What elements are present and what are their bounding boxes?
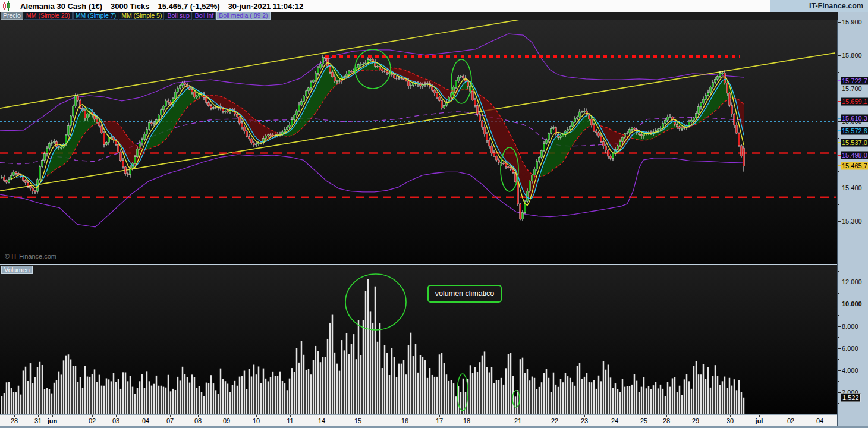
date-label: 28 [663, 417, 670, 424]
price-tick-label: 15.400 [842, 184, 862, 191]
date-label: 11 [287, 417, 293, 424]
indicator-toolbar: Precio MM (Simple 20)MM (Simple 7)MM (Si… [0, 12, 838, 20]
price-chart[interactable] [0, 20, 837, 265]
date-label: jul [756, 417, 763, 424]
price-tick [838, 22, 841, 23]
price-tick [838, 188, 841, 188]
price-tick-label: 15.800 [842, 52, 862, 59]
date-label: 16 [401, 417, 408, 424]
volume-minor-tick [838, 337, 839, 338]
date-label: 21 [514, 417, 521, 424]
date-label: 23 [581, 417, 588, 424]
instrument-title: Alemania 30 Cash (1€) [20, 2, 102, 11]
date-label: 02 [89, 417, 96, 424]
volume-minor-tick [838, 315, 839, 316]
indicator-button-mm-simple-20[interactable]: MM (Simple 20) [24, 12, 73, 20]
price-tick [838, 221, 841, 222]
mm7-value: 15.572,6 [841, 127, 868, 134]
price-minor-tick [838, 105, 839, 105]
last-price-change: 15.465,7 (-1,52%) [158, 2, 220, 11]
price-chart-panel: © IT-Finance.com [0, 20, 837, 265]
volume-tick [838, 348, 841, 349]
date-label: 10 [253, 417, 260, 424]
volume-chart[interactable] [0, 265, 837, 414]
last-price-value: 15.465,7 [841, 162, 868, 170]
volume-tick [838, 370, 841, 371]
price-minor-tick [838, 72, 839, 73]
volume-minor-tick [838, 381, 839, 382]
date-label: 25 [640, 417, 647, 424]
watermark: © IT-Finance.com [5, 253, 56, 260]
date-label: 04 [142, 417, 149, 424]
volume-tick [838, 326, 841, 327]
panel-separator[interactable] [0, 264, 837, 265]
annotation-volumen-climatico: volumen climatico [427, 285, 502, 303]
volume-minor-tick [838, 293, 839, 294]
volume-tick [838, 304, 841, 304]
price-tick [838, 89, 841, 89]
date-label: 08 [194, 417, 202, 424]
indicator-button-mm-simple-7[interactable]: MM (Simple 7) [73, 12, 118, 20]
date-label: 31 [34, 417, 42, 424]
indicator-button-boll-sup[interactable]: Boll sup [165, 12, 191, 20]
volume-button[interactable]: Volumen [1, 266, 33, 274]
indicator-button-boll-media-89-2[interactable]: Boll media ( 89 2) [216, 12, 270, 20]
price-minor-tick [838, 238, 839, 238]
volume-minor-tick [838, 271, 839, 272]
price-minor-tick [838, 39, 839, 39]
volume-minor-tick [838, 403, 839, 404]
date-label: 02 [787, 417, 794, 424]
price-tick [838, 55, 841, 56]
volume-tick-label: 12.000 [842, 278, 862, 285]
mm5-value: 15.537,0 [841, 139, 868, 146]
current-volume-value: 1.522 [841, 393, 861, 402]
volume-tick [838, 282, 841, 282]
date-label: 22 [551, 417, 558, 424]
candlestick-logo-icon [2, 1, 12, 11]
date-label: 30 [727, 417, 734, 424]
volume-tick-label: 10.000 [842, 300, 862, 307]
price-button[interactable]: Precio [1, 12, 23, 20]
date-label: 07 [166, 417, 174, 424]
price-minor-tick [838, 138, 839, 139]
date-label: 03 [112, 417, 119, 424]
date-label: 18 [463, 417, 470, 424]
date-axis[interactable]: 2831jun020304070809101114151617182122232… [0, 414, 837, 426]
mm20-value: 15.659,1 [841, 98, 868, 106]
boll-media-value: 15.610,3 [841, 114, 868, 122]
price-minor-tick [838, 204, 839, 205]
date-label: 09 [223, 417, 230, 424]
boll-sup-value: 15.722,7 [841, 77, 868, 84]
date-label: 15 [354, 417, 361, 424]
indicator-button-mm-simple-5[interactable]: MM (Simple 5) [119, 12, 164, 20]
volume-minor-tick [838, 359, 839, 360]
date-label: 29 [692, 417, 699, 424]
price-tick-label: 15.300 [842, 218, 862, 225]
date-label: 14 [318, 417, 325, 424]
timeframe-label: 3000 Ticks [111, 2, 150, 11]
volume-tick-label: 8.000 [842, 323, 858, 330]
indicator-button-boll-inf[interactable]: Boll inf [193, 12, 216, 20]
trading-chart-window: { "header": { "title": "Alemania 30 Cash… [0, 0, 868, 428]
date-label: 04 [816, 417, 823, 424]
date-label: 24 [611, 417, 618, 424]
date-label: 28 [11, 417, 18, 424]
date-label: 17 [436, 417, 443, 424]
boll-inf-value: 15.498,0 [841, 152, 868, 159]
price-axis[interactable]: 15.90015.80015.70015.60015.50015.40015.3… [837, 12, 868, 428]
price-tick-label: 15.700 [842, 85, 862, 92]
price-tick-label: 15.900 [842, 18, 862, 26]
timestamp: 30-jun-2021 11:04:12 [228, 2, 303, 11]
price-minor-tick [838, 171, 839, 172]
date-label: jun [48, 417, 58, 424]
volume-panel: Volumen volumen climatico [0, 265, 837, 414]
volume-tick-label: 4.000 [842, 367, 858, 374]
title-bar: Alemania 30 Cash (1€) 3000 Ticks 15.465,… [0, 0, 868, 12]
brand-label: IT-Finance.com [770, 0, 868, 12]
volume-tick-label: 6.000 [842, 345, 858, 352]
